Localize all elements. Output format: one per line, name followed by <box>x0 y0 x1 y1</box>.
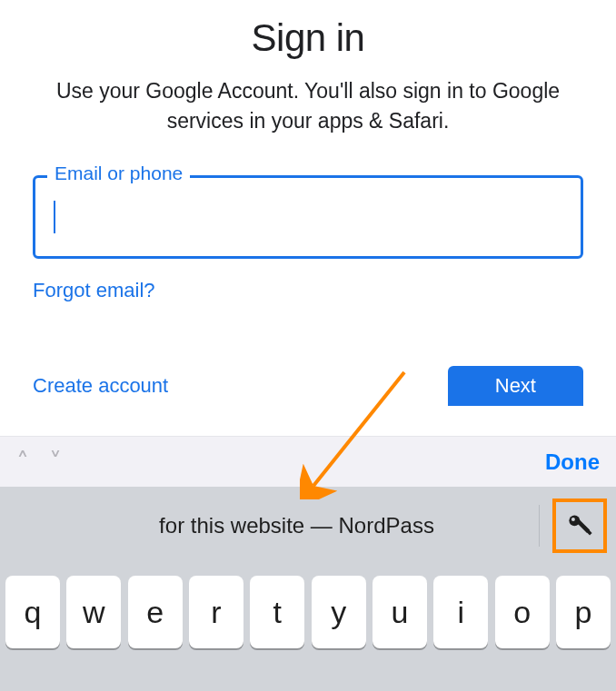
forgot-email-link[interactable]: Forgot email? <box>33 279 155 302</box>
keyboard-row: q w e r t y u i o p <box>0 565 616 691</box>
create-account-link[interactable]: Create account <box>33 374 168 398</box>
divider <box>539 505 540 547</box>
next-button[interactable]: Next <box>448 366 583 406</box>
autofill-suggestion[interactable]: for this website — NordPass <box>0 513 539 538</box>
prev-field-chevron-icon: ˄ <box>16 449 29 475</box>
page-subtitle: Use your Google Account. You'll also sig… <box>33 76 583 137</box>
key-t[interactable]: t <box>250 576 304 648</box>
svg-point-4 <box>571 518 575 521</box>
key-q[interactable]: q <box>5 576 60 648</box>
key-w[interactable]: w <box>66 576 121 648</box>
key-i[interactable]: i <box>433 576 488 648</box>
autofill-bar: for this website — NordPass <box>0 487 616 565</box>
keyboard-done-button[interactable]: Done <box>545 449 600 475</box>
key-icon[interactable] <box>564 510 595 541</box>
password-manager-highlight <box>552 499 607 553</box>
email-field-label: Email or phone <box>47 163 190 184</box>
key-o[interactable]: o <box>495 576 550 648</box>
page-title: Sign in <box>33 16 583 60</box>
key-p[interactable]: p <box>556 576 611 648</box>
next-field-chevron-icon: ˅ <box>49 449 62 475</box>
email-field-wrapper: Email or phone <box>33 175 583 259</box>
keyboard-accessory-bar: ˄ ˅ Done <box>0 436 616 487</box>
key-y[interactable]: y <box>312 576 366 648</box>
email-field[interactable] <box>33 175 583 259</box>
key-u[interactable]: u <box>373 576 427 648</box>
key-r[interactable]: r <box>189 576 243 648</box>
key-e[interactable]: e <box>128 576 183 648</box>
